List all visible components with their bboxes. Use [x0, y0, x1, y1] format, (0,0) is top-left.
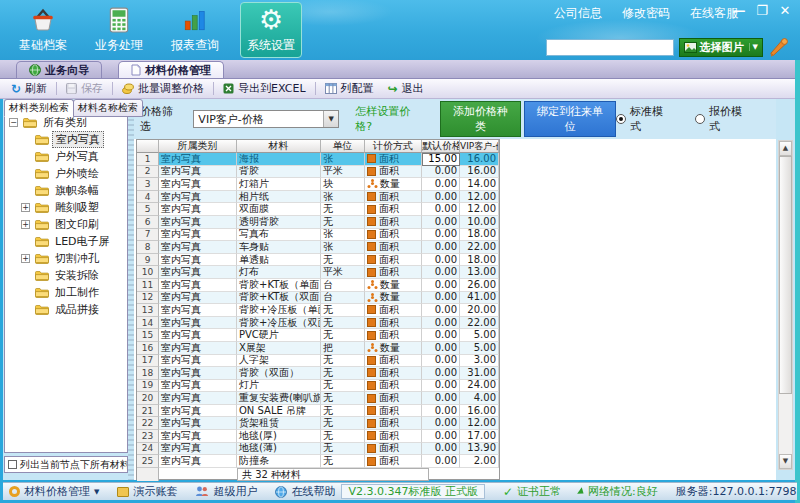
online-help[interactable]: 在线帮助: [275, 484, 335, 499]
save-button[interactable]: 保存: [59, 80, 110, 98]
scroll-down-button[interactable]: ▼: [779, 454, 792, 469]
chevron-down-icon[interactable]: ▼: [749, 43, 758, 51]
table-row[interactable]: 4室内写真相片纸张面积0.0012.00: [137, 191, 499, 204]
table-row[interactable]: 11室内写真背胶+KT板（单面）台数量0.0026.00: [137, 279, 499, 292]
calculator-icon: [105, 6, 133, 34]
header-vip-price[interactable]: VIP客户-价格: [460, 140, 499, 153]
table-row[interactable]: 1室内写真海报张面积15.0016.00: [137, 153, 499, 166]
tab-name-search[interactable]: 材料名称检索: [73, 99, 143, 117]
vertical-scrollbar[interactable]: ▲ ▼: [778, 140, 793, 470]
close-button[interactable]: ✕: [778, 3, 792, 18]
table-row[interactable]: 9室内写真单透贴无面积0.0018.00: [137, 254, 499, 267]
table-row[interactable]: 20室内写真重复安装费(喇叭旗/门无面积0.004.00: [137, 392, 499, 405]
table-row[interactable]: 12室内写真背胶+KT板（双面）台数量0.0041.00: [137, 292, 499, 305]
scroll-up-button[interactable]: ▲: [779, 141, 792, 156]
add-price-type-button[interactable]: 添加价格种类: [440, 101, 521, 137]
tree-item[interactable]: 安装拆除: [5, 267, 127, 284]
company-info-link[interactable]: 公司信息: [554, 5, 602, 22]
header-material[interactable]: 材料: [237, 140, 321, 153]
notice-input[interactable]: [546, 39, 674, 56]
account-set[interactable]: 演示账套: [117, 484, 177, 499]
price-help-link[interactable]: 怎样设置价格?: [355, 104, 426, 134]
table-row[interactable]: 25室内写真防撞条无面积0.002.00: [137, 455, 499, 468]
tree-item[interactable]: 室内写真: [5, 131, 127, 148]
collapse-icon[interactable]: −: [9, 118, 18, 127]
table-row[interactable]: 15室内写真PVC硬片无面积0.005.00: [137, 329, 499, 342]
exit-button[interactable]: ↪ 退出: [381, 80, 431, 98]
server-address: 服务器:127.0.0.1:7798: [676, 484, 797, 499]
price-type-select[interactable]: VIP客户-价格 ▼: [193, 110, 339, 128]
table-row[interactable]: 7室内写真写真布张面积0.0018.00: [137, 229, 499, 242]
cell-default-price[interactable]: 15.00: [422, 153, 460, 166]
tab-category-search[interactable]: 材料类别检索: [4, 99, 74, 117]
horn-icon[interactable]: [768, 36, 790, 58]
table-row[interactable]: 17室内写真人字架无面积0.003.00: [137, 355, 499, 368]
tab-material-price[interactable]: 材料价格管理: [118, 61, 224, 78]
tab-business-wizard[interactable]: 业务向导: [16, 61, 102, 78]
header-category[interactable]: 所属类别: [159, 140, 237, 153]
header-method[interactable]: 计价方式: [365, 140, 422, 153]
cell-default-price: 0.00: [422, 229, 460, 242]
row-number: 13: [137, 304, 159, 317]
header-unit[interactable]: 单位: [321, 140, 365, 153]
table-row[interactable]: 18室内写真背胶（双面）无面积0.0031.00: [137, 367, 499, 380]
chevron-down-icon[interactable]: ▼: [323, 111, 338, 127]
method-label: 数量: [380, 292, 400, 304]
expand-icon[interactable]: +: [21, 203, 30, 212]
tree-item-label: 切割冲孔: [52, 251, 102, 266]
cell-category: 室内写真: [159, 191, 237, 204]
tree-item[interactable]: 旗帜条幅: [5, 182, 127, 199]
maximize-button[interactable]: ❐: [755, 3, 769, 18]
cell-category: 室内写真: [159, 241, 237, 254]
module-switcher[interactable]: 材料价格管理 ▼: [9, 484, 99, 499]
window-right-border: [795, 60, 800, 503]
minimize-button[interactable]: —: [732, 3, 746, 18]
tree-item[interactable]: LED电子屏: [5, 233, 127, 250]
tree-item[interactable]: +雕刻吸塑: [5, 199, 127, 216]
table-row[interactable]: 21室内写真ON SALE 吊牌无面积0.0016.00: [137, 405, 499, 418]
table-row[interactable]: 3室内写真灯箱片块数量0.0014.00: [137, 178, 499, 191]
table-row[interactable]: 5室内写真双面膜无面积0.0012.00: [137, 203, 499, 216]
expand-icon[interactable]: +: [21, 220, 30, 229]
table-row[interactable]: 14室内写真背胶+冷压板（双面）无面积0.0022.00: [137, 317, 499, 330]
batch-adjust-price-button[interactable]: 批量调整价格: [115, 80, 211, 98]
tree-item[interactable]: 加工制作: [5, 284, 127, 301]
checkbox-icon[interactable]: [8, 460, 17, 469]
table-row[interactable]: 8室内写真车身贴张面积0.0022.00: [137, 241, 499, 254]
refresh-button[interactable]: ↻ 刷新: [4, 80, 54, 98]
nav-reports[interactable]: 报表查询: [164, 2, 226, 58]
change-password-link[interactable]: 修改密码: [622, 5, 670, 22]
table-row[interactable]: 10室内写真灯布平米面积0.0013.00: [137, 266, 499, 279]
nav-business[interactable]: 业务处理: [88, 2, 150, 58]
table-row[interactable]: 23室内写真地毯(厚)无面积0.0017.00: [137, 430, 499, 443]
table-row[interactable]: 6室内写真透明背胶无面积0.0010.00: [137, 216, 499, 229]
table-row[interactable]: 19室内写真灯片无面积0.0024.00: [137, 380, 499, 393]
bind-partner-button[interactable]: 绑定到往来单位: [524, 101, 616, 137]
table-row[interactable]: 24室内写真地毯(薄)无面积0.0013.90: [137, 443, 499, 456]
nav-system-settings[interactable]: ⚙ 系统设置: [240, 2, 302, 58]
material-price-table: 所属类别 材料 单位 计价方式 默认价格 VIP客户-价格 1室内写真海报张面积…: [136, 139, 500, 480]
table-row[interactable]: 22室内写真货架租赁无面积0.0012.00: [137, 417, 499, 430]
column-config-button[interactable]: 列配置: [318, 80, 381, 98]
online-service-link[interactable]: 在线客服: [690, 5, 738, 22]
export-excel-button[interactable]: 导出到EXCEL: [216, 80, 312, 98]
network-icon: [577, 487, 586, 496]
quote-mode-radio[interactable]: 报价模式: [695, 104, 752, 134]
table-row[interactable]: 2室内写真背胶平米面积0.0016.00: [137, 166, 499, 179]
tree-item[interactable]: +切割冲孔: [5, 250, 127, 267]
current-user[interactable]: 超级用户: [195, 484, 257, 499]
standard-mode-radio[interactable]: 标准模式: [616, 104, 673, 134]
scrollbar-thumb[interactable]: [779, 156, 792, 394]
expand-icon[interactable]: +: [21, 254, 30, 263]
chart-icon: [181, 6, 209, 34]
header-default-price[interactable]: 默认价格: [422, 140, 460, 153]
tree-item[interactable]: 户外喷绘: [5, 165, 127, 182]
tree-item[interactable]: 成品拼接: [5, 301, 127, 318]
pick-image-button[interactable]: 选择图片 ▼: [679, 38, 763, 57]
table-row[interactable]: 13室内写真背胶+冷压板（单面）无面积0.0020.00: [137, 304, 499, 317]
tree-item[interactable]: +图文印刷: [5, 216, 127, 233]
tree-item[interactable]: 户外写真: [5, 148, 127, 165]
nav-basic-files[interactable]: 基础档案: [12, 2, 74, 58]
list-all-materials-option[interactable]: 列出当前节点下所有材料: [4, 456, 128, 473]
table-row[interactable]: 16室内写真X展架把数量0.005.00: [137, 342, 499, 355]
